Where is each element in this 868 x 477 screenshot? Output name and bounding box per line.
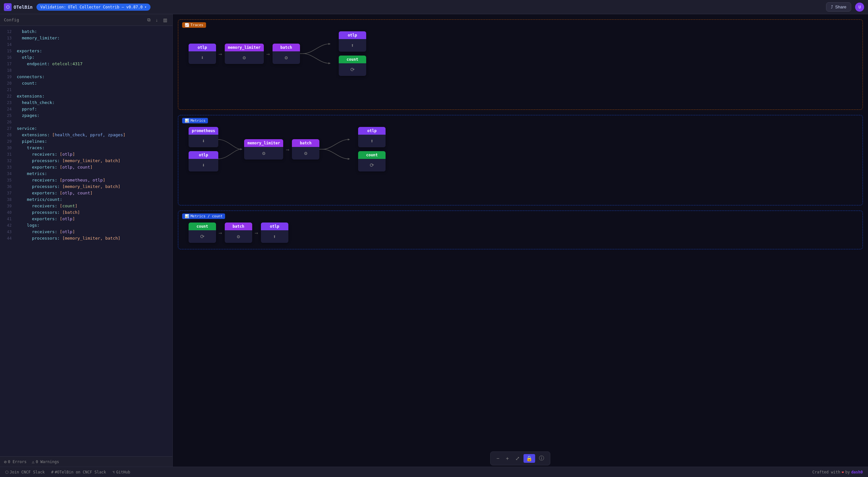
line-content[interactable]: connectors: (17, 73, 170, 80)
download-button[interactable]: ↓ (154, 16, 159, 24)
line-content[interactable]: endpoint: otelcol:4317 (17, 61, 170, 67)
metrics-count-icon: 📊 (185, 214, 189, 218)
node-label: count (189, 222, 216, 230)
line-content[interactable] (17, 41, 170, 48)
node-label: memory_limiter (244, 139, 283, 147)
line-content[interactable]: traces: (17, 145, 170, 151)
panel-toggle-button[interactable]: ▥ (162, 16, 168, 24)
line-number: 13 (3, 35, 11, 41)
line-number: 27 (3, 125, 11, 132)
zoom-out-button[interactable]: − (494, 454, 502, 463)
metrics-pipeline-section: 📊 Metrics prometheus ⬇ otlp ⬇ (178, 115, 863, 205)
line-content[interactable]: receivers: [otlp] (17, 229, 170, 235)
line-number: 41 (3, 216, 11, 222)
logo[interactable]: ⬡ OTelBin (4, 3, 33, 11)
line-content[interactable]: health_check: (17, 99, 170, 106)
metrics-count-processor-batch[interactable]: batch ⚙ (225, 222, 252, 243)
line-number: 39 (3, 203, 11, 209)
traces-processor-batch[interactable]: batch ⚙ (273, 43, 300, 64)
line-content[interactable]: otlp: (17, 54, 170, 61)
dash0-logo: dash0 (851, 470, 863, 474)
viz-panel[interactable]: 📈 Traces otlp ⬇ → memory_limiter ⚙ → (173, 14, 868, 467)
hash-icon: # (51, 470, 53, 474)
validation-badge[interactable]: Validation: OTel Collector Contrib – v0.… (36, 4, 151, 11)
code-line: 32 processors: [memory_limiter, batch] (0, 158, 173, 164)
traces-exporter-otlp[interactable]: otlp ⬆ (339, 31, 366, 52)
line-content[interactable]: exporters: (17, 48, 170, 54)
line-number: 21 (3, 87, 11, 93)
node-label: batch (225, 222, 252, 230)
metrics-count-exporter-otlp[interactable]: otlp ⬆ (261, 222, 288, 243)
line-content[interactable]: receivers: [count] (17, 203, 170, 209)
node-label: count (339, 56, 366, 63)
line-content[interactable]: receivers: [otlp] (17, 151, 170, 158)
line-content[interactable]: zpages: (17, 112, 170, 119)
metrics-receiver-prometheus[interactable]: prometheus ⬇ (189, 127, 218, 147)
line-content[interactable] (17, 67, 170, 73)
github-link[interactable]: ⌥ GitHub (113, 470, 130, 474)
footer: ⬡ Join CNCF Slack # #OTelBin on CNCF Sla… (0, 467, 868, 477)
line-content[interactable]: processors: [memory_limiter, batch] (17, 183, 170, 190)
line-content[interactable] (17, 87, 170, 93)
node-body: ⟳ (358, 159, 385, 172)
metrics-count-receiver-count[interactable]: count ⟳ (189, 222, 216, 243)
by-text: by (845, 470, 849, 474)
line-content[interactable]: service: (17, 125, 170, 132)
share-button[interactable]: ⤴ Share (826, 2, 851, 11)
zoom-in-button[interactable]: + (503, 454, 512, 463)
line-number: 36 (3, 183, 11, 190)
code-line: 33 exporters: [otlp, count] (0, 164, 173, 171)
line-content[interactable]: extensions: [health_check, pprof, zpages… (17, 132, 170, 138)
metrics-processor-memory-limiter[interactable]: memory_limiter ⚙ (244, 139, 283, 159)
line-content[interactable]: processors: [memory_limiter, batch] (17, 158, 170, 164)
code-line: 16 otlp: (0, 54, 173, 61)
code-line: 13 memory_limiter: (0, 35, 173, 41)
metrics-receiver-otlp[interactable]: otlp ⬇ (189, 151, 218, 172)
code-line: 43 receivers: [otlp] (0, 229, 173, 235)
traces-exporter-count[interactable]: count ⟳ (339, 56, 366, 76)
line-content[interactable]: pipelines: (17, 138, 170, 145)
fit-button[interactable]: ⤢ (513, 454, 522, 463)
node-body: ⬇ (189, 159, 218, 172)
copy-button[interactable]: ⧉ (146, 16, 152, 24)
traces-label: Traces (190, 23, 204, 27)
crafted-text: Crafted with (812, 470, 840, 474)
traces-fork-svg (300, 37, 339, 70)
line-content[interactable]: batch: (17, 28, 170, 35)
line-content[interactable]: count: (17, 80, 170, 87)
code-line: 44 processors: [memory_limiter, batch] (0, 235, 173, 242)
line-number: 29 (3, 138, 11, 145)
lock-button[interactable]: 🔒 (523, 454, 535, 463)
metrics-processor-batch[interactable]: batch ⚙ (292, 139, 319, 159)
line-content[interactable] (17, 119, 170, 125)
info-button[interactable]: ⓘ (536, 454, 547, 463)
line-content[interactable]: logs: (17, 222, 170, 229)
avatar[interactable]: U (855, 3, 864, 11)
line-content[interactable]: exporters: [otlp, count] (17, 164, 170, 171)
line-content[interactable]: memory_limiter: (17, 35, 170, 41)
code-line: 29 pipelines: (0, 138, 173, 145)
line-content[interactable]: receivers: [prometheus, otlp] (17, 177, 170, 183)
code-editor[interactable]: 12 batch:13 memory_limiter:14 15exporter… (0, 26, 173, 456)
line-content[interactable]: exporters: [otlp, count] (17, 190, 170, 196)
otelbin-slack-link[interactable]: # #OTelBin on CNCF Slack (51, 470, 106, 474)
metrics-exporter-otlp[interactable]: otlp ⬆ (358, 127, 385, 147)
validation-version: OTel Collector Contrib – v0.87.0 (68, 5, 143, 9)
traces-processor-memory-limiter[interactable]: memory_limiter ⚙ (225, 43, 264, 64)
line-content[interactable]: extensions: (17, 93, 170, 99)
warnings-count: 0 Warnings (36, 459, 59, 464)
editor-panel: Config ⧉ ↓ ▥ 12 batch:13 memory_limiter:… (0, 14, 173, 467)
line-content[interactable]: metrics: (17, 171, 170, 177)
line-number: 25 (3, 112, 11, 119)
line-content[interactable]: processors: [batch] (17, 209, 170, 216)
line-content[interactable]: exporters: [otlp] (17, 216, 170, 222)
metrics-exporter-count[interactable]: count ⟳ (358, 151, 385, 172)
line-content[interactable]: pprof: (17, 106, 170, 112)
line-content[interactable]: metrics/count: (17, 196, 170, 203)
code-line: 42 logs: (0, 222, 173, 229)
cncf-slack-link[interactable]: ⬡ Join CNCF Slack (5, 470, 44, 474)
line-content[interactable]: processors: [memory_limiter, batch] (17, 235, 170, 242)
node-body: ⟳ (189, 230, 216, 243)
traces-receiver-otlp[interactable]: otlp ⬇ (189, 43, 216, 64)
metrics-icon: 📊 (185, 119, 189, 123)
